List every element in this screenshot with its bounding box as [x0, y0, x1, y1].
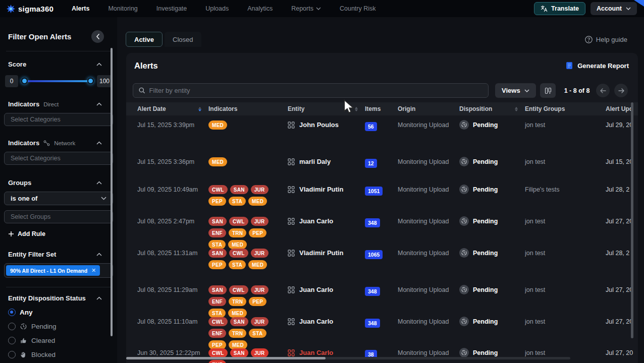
previous-page-button[interactable] — [596, 84, 610, 97]
cell-entity[interactable]: Juan Carlo — [288, 217, 365, 225]
indicator-badge-jur: JUR — [251, 185, 269, 194]
items-count-badge: 348 — [365, 218, 380, 227]
indicator-badge-san: SAN — [208, 285, 227, 294]
table-row[interactable]: Jun 30, 2025 12:22pm CWLSANJURENF Juan C… — [126, 343, 638, 363]
table-row[interactable]: Jul 08, 2025 2:47pm SANCWLJURENFTRNPEPST… — [126, 212, 638, 244]
groups-operator-select[interactable]: is one of — [4, 192, 113, 205]
radio-unselected[interactable] — [8, 323, 16, 330]
account-menu-button[interactable]: Account — [591, 2, 637, 15]
next-page-button[interactable] — [614, 84, 628, 97]
sigma360-logo-icon — [7, 5, 15, 13]
radio-selected[interactable] — [8, 309, 16, 316]
cell-items: 348 — [365, 318, 398, 328]
sort-icon[interactable] — [198, 107, 201, 111]
cell-origin: Monitoring Upload — [398, 122, 459, 129]
cell-entity[interactable]: John Poulos — [288, 121, 365, 129]
cell-entity[interactable]: Juan Carlo — [288, 286, 365, 293]
translate-button[interactable]: Translate — [534, 2, 585, 15]
cell-entity[interactable]: Vladimir Putin — [288, 249, 365, 257]
cell-entity-groups: jon test — [525, 250, 606, 257]
column-header-alert-date[interactable]: Alert Date — [137, 105, 208, 112]
vertical-scrollbar[interactable] — [631, 102, 633, 338]
nav-item-monitoring[interactable]: Monitoring — [108, 5, 137, 12]
entity-filter-search[interactable] — [133, 83, 489, 98]
chevron-up-icon[interactable] — [96, 141, 102, 145]
cell-origin: Monitoring Upload — [398, 349, 459, 356]
cell-entity[interactable]: Vladimir Putin — [288, 186, 365, 193]
disposition-option-blocked[interactable]: Blocked — [0, 351, 117, 358]
sort-icon[interactable] — [515, 107, 518, 111]
groups-select[interactable]: Select Groups — [4, 210, 113, 223]
score-max-value[interactable]: 100 — [97, 75, 112, 87]
slider-handle-min[interactable] — [21, 78, 28, 84]
help-guide-link[interactable]: Help guide — [585, 36, 627, 43]
column-header-entity[interactable]: Entity — [288, 105, 365, 112]
tab-closed[interactable]: Closed — [165, 32, 201, 47]
nav-item-uploads[interactable]: Uploads — [205, 5, 229, 12]
table-row[interactable]: Jul 09, 2025 10:49am CWLSANJURPEPSTAMED … — [126, 180, 638, 212]
cell-origin: Monitoring Upload — [398, 250, 459, 257]
radio-unselected[interactable] — [8, 337, 16, 344]
table-row[interactable]: Jul 15, 2025 3:36pm MED marli Daly 12 Mo… — [126, 152, 638, 180]
indicator-badge-enf: ENF — [208, 228, 226, 237]
nav-item-alerts[interactable]: Alerts — [72, 5, 89, 12]
generate-report-button[interactable]: Generate Report — [566, 62, 629, 70]
cell-disposition: Pending — [459, 285, 525, 294]
pending-clock-icon — [459, 248, 469, 258]
chip-remove-icon[interactable]: ✕ — [91, 267, 96, 274]
column-header-disposition[interactable]: Disposition — [459, 105, 525, 112]
entity-filter-set-chip[interactable]: 90% All Direct - L1 On Demand ✕ — [6, 265, 100, 276]
table-row[interactable]: Jul 15, 2025 3:39pm MED John Poulos 56 M… — [126, 115, 638, 152]
nav-item-reports[interactable]: Reports — [291, 5, 321, 12]
cell-entity[interactable]: Juan Carlo — [288, 318, 365, 325]
indicators-direct-sublabel: Direct — [43, 101, 59, 107]
search-input[interactable] — [149, 87, 482, 94]
nav-item-country-risk[interactable]: Country Risk — [340, 5, 376, 12]
sidebar-collapse-button[interactable] — [91, 30, 104, 43]
cell-entity[interactable]: marli Daly — [288, 158, 365, 165]
cell-origin: Monitoring Upload — [398, 158, 459, 165]
disposition-option-any[interactable]: Any — [0, 309, 117, 316]
table-toolbar: Views 1 - 8 of 8 — [126, 83, 638, 98]
horizontal-scrollbar-thumb[interactable] — [126, 357, 326, 359]
indicator-badge-pep: PEP — [208, 260, 226, 269]
indicators-network-label: Indicators — [8, 139, 39, 147]
chevron-up-icon[interactable] — [96, 181, 102, 185]
cell-disposition: Pending — [459, 348, 525, 357]
sidebar-title: Filter Open Alerts — [8, 32, 71, 41]
tab-active[interactable]: Active — [126, 32, 163, 47]
nav-item-investigate[interactable]: Investigate — [156, 5, 187, 12]
brand-logo[interactable]: sigma360 — [7, 5, 53, 13]
score-range-slider[interactable] — [21, 75, 94, 87]
sidebar-scrollbar[interactable] — [111, 48, 113, 336]
entity-filter-set-input[interactable]: 90% All Direct - L1 On Demand ✕ — [4, 263, 113, 278]
add-rule-button[interactable]: Add Rule — [8, 230, 109, 237]
cell-origin: Monitoring Upload — [398, 186, 459, 193]
score-min-value[interactable]: 0 — [5, 75, 18, 87]
indicator-badge-trn: TRN — [229, 228, 246, 237]
chevron-down-icon — [626, 7, 631, 10]
table-row[interactable]: Jul 08, 2025 11:10am CWLSANJURENFTRNSTAP… — [126, 312, 638, 343]
cell-indicators: CWLSANJURENFTRNSTAPEPMED — [208, 317, 288, 349]
indicators-network-select[interactable]: Select Categories — [4, 152, 113, 165]
cell-origin: Monitoring Upload — [398, 218, 459, 225]
radio-unselected[interactable] — [8, 351, 16, 358]
views-dropdown-button[interactable]: Views — [495, 83, 536, 98]
cell-alert-date: Jul 15, 2025 3:39pm — [137, 122, 208, 129]
chevron-up-icon[interactable] — [96, 253, 102, 256]
chevron-up-icon[interactable] — [96, 63, 102, 66]
cell-entity[interactable]: Juan Carlo — [288, 349, 365, 356]
table-row[interactable]: Jul 08, 2025 11:29am SANCWLJURENFTRNPEPS… — [126, 280, 638, 312]
cell-indicators: CWLSANJURENF — [208, 348, 288, 363]
chevron-up-icon[interactable] — [96, 296, 102, 300]
nav-item-analytics[interactable]: Analytics — [247, 5, 273, 12]
disposition-option-cleared[interactable]: Cleared — [0, 337, 117, 344]
sort-icon[interactable] — [355, 107, 358, 111]
chevron-up-icon[interactable] — [96, 102, 102, 106]
table-row[interactable]: Jul 08, 2025 11:31am SANCWLJURPEPSTAMED … — [126, 244, 638, 280]
column-settings-button[interactable] — [540, 83, 556, 98]
indicators-direct-select[interactable]: Select Categories — [4, 113, 113, 126]
cell-indicators: MED — [208, 157, 288, 166]
slider-handle-max[interactable] — [87, 78, 94, 84]
disposition-option-pending[interactable]: Pending — [0, 323, 117, 330]
